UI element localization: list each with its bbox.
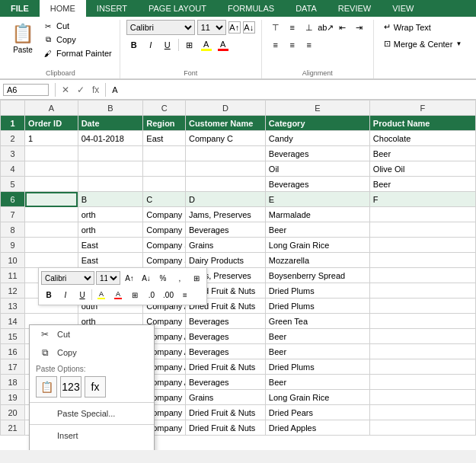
cell-d7[interactable]: Jams, Preserves bbox=[185, 207, 265, 222]
col-header-d[interactable]: D bbox=[185, 101, 265, 116]
cell-e10[interactable]: Mozzarella bbox=[265, 253, 369, 268]
cell-d2[interactable]: Company C bbox=[185, 131, 265, 146]
tab-formulas[interactable]: FORMULAS bbox=[217, 0, 285, 17]
cell-e11[interactable]: Boysenberry Spread bbox=[265, 268, 369, 283]
bold-button[interactable]: B bbox=[126, 37, 142, 53]
cell-b6[interactable]: B bbox=[78, 192, 143, 207]
cell-b8[interactable]: orth bbox=[78, 222, 143, 238]
cell-f10[interactable] bbox=[369, 253, 475, 268]
mini-size-select[interactable]: 11 bbox=[96, 271, 120, 285]
align-middle-button[interactable]: ≡ bbox=[285, 20, 300, 35]
cell-c2[interactable]: East bbox=[143, 131, 186, 146]
format-painter-button[interactable]: 🖌 Format Painter bbox=[41, 47, 113, 59]
col-header-a[interactable]: A bbox=[25, 101, 78, 116]
cell-c10[interactable]: Company J bbox=[143, 253, 186, 268]
paste-btn-2[interactable]: 123 bbox=[60, 376, 81, 398]
mini-decimal-inc-button[interactable]: .0 bbox=[144, 287, 159, 302]
cell-f8[interactable] bbox=[369, 222, 475, 238]
cell-d19[interactable]: Grains bbox=[185, 390, 265, 405]
row-header-14[interactable]: 14 bbox=[1, 314, 25, 329]
cell-c1[interactable]: Region bbox=[143, 116, 186, 131]
mini-underline-button[interactable]: U bbox=[75, 287, 90, 302]
font-size-select[interactable]: 11 bbox=[197, 20, 226, 35]
cell-c6[interactable]: C bbox=[143, 192, 186, 207]
mini-percent-button[interactable]: % bbox=[155, 270, 171, 286]
row-header-12[interactable]: 12 bbox=[1, 283, 25, 299]
cell-b10[interactable]: East bbox=[78, 253, 143, 268]
row-header-1[interactable]: 1 bbox=[1, 116, 25, 131]
cell-f5[interactable]: Beer bbox=[369, 177, 475, 192]
cell-f13[interactable] bbox=[369, 299, 475, 314]
cell-f15[interactable] bbox=[369, 329, 475, 344]
cut-button[interactable]: ✂ Cut bbox=[41, 20, 113, 32]
row-header-15[interactable]: 15 bbox=[1, 329, 25, 344]
cell-d16[interactable]: Beverages bbox=[185, 344, 265, 359]
cell-e21[interactable]: Dried Apples bbox=[265, 420, 369, 436]
indent-decrease-button[interactable]: ⇤ bbox=[335, 20, 350, 35]
cell-b9[interactable]: East bbox=[78, 238, 143, 253]
paste-btn-3[interactable]: fx bbox=[85, 376, 106, 398]
mini-decrease-font-button[interactable]: A↓ bbox=[139, 270, 154, 286]
cell-f7[interactable] bbox=[369, 207, 475, 222]
tab-review[interactable]: REVIEW bbox=[327, 0, 382, 17]
mini-format-button[interactable]: ⊞ bbox=[189, 270, 204, 286]
row-header-17[interactable]: 17 bbox=[1, 359, 25, 375]
cell-e17[interactable]: Dried Plums bbox=[265, 359, 369, 375]
cell-d9[interactable]: Grains bbox=[185, 238, 265, 253]
cell-d20[interactable]: Dried Fruit & Nuts bbox=[185, 405, 265, 420]
cell-f4[interactable]: Olive Oil bbox=[369, 161, 475, 177]
ctx-insert[interactable]: Insert bbox=[30, 426, 154, 445]
cell-d5[interactable] bbox=[185, 177, 265, 192]
col-header-e[interactable]: E bbox=[265, 101, 369, 116]
cell-e16[interactable]: Beer bbox=[265, 344, 369, 359]
row-header-8[interactable]: 8 bbox=[1, 222, 25, 238]
cell-f17[interactable] bbox=[369, 359, 475, 375]
cell-d8[interactable]: Beverages bbox=[185, 222, 265, 238]
font-name-select[interactable]: Calibri bbox=[126, 20, 195, 35]
mini-bold-button[interactable]: B bbox=[41, 287, 56, 302]
cell-c9[interactable]: Company J bbox=[143, 238, 186, 253]
decrease-font-button[interactable]: A↓ bbox=[243, 21, 255, 34]
row-header-13[interactable]: 13 bbox=[1, 299, 25, 314]
cell-f11[interactable] bbox=[369, 268, 475, 283]
mini-decimal-dec-button[interactable]: .00 bbox=[161, 287, 176, 302]
ctx-cut[interactable]: ✂ Cut bbox=[30, 325, 154, 343]
mini-extra-button[interactable]: ≡ bbox=[177, 287, 193, 302]
cell-a10[interactable] bbox=[25, 253, 78, 268]
indent-increase-button[interactable]: ⇥ bbox=[352, 20, 367, 35]
cell-c5[interactable] bbox=[143, 177, 186, 192]
cell-a9[interactable] bbox=[25, 238, 78, 253]
align-center-button[interactable]: ≡ bbox=[285, 37, 300, 53]
cell-a3[interactable] bbox=[25, 146, 78, 161]
underline-button[interactable]: U bbox=[160, 37, 175, 53]
cell-d14[interactable]: Beverages bbox=[185, 314, 265, 329]
cell-e4[interactable]: Oil bbox=[265, 161, 369, 177]
insert-function-button[interactable]: fx bbox=[89, 85, 102, 95]
cell-f16[interactable] bbox=[369, 344, 475, 359]
cell-d6[interactable]: D bbox=[185, 192, 265, 207]
row-header-3[interactable]: 3 bbox=[1, 146, 25, 161]
cell-e13[interactable]: Dried Plums bbox=[265, 299, 369, 314]
mini-borders-button[interactable]: ⊞ bbox=[127, 287, 142, 302]
cell-e8[interactable]: Beer bbox=[265, 222, 369, 238]
cell-f21[interactable] bbox=[369, 420, 475, 436]
cell-e18[interactable]: Beer bbox=[265, 375, 369, 390]
mini-increase-font-button[interactable]: A↑ bbox=[122, 270, 137, 286]
mini-thousands-button[interactable]: , bbox=[172, 270, 187, 286]
cell-c7[interactable]: Company F bbox=[143, 207, 186, 222]
cell-a6[interactable] bbox=[25, 192, 78, 207]
ctx-copy[interactable]: ⧉ Copy bbox=[30, 343, 154, 362]
cell-f19[interactable] bbox=[369, 390, 475, 405]
increase-font-button[interactable]: A↑ bbox=[228, 21, 241, 34]
tab-view[interactable]: VIEW bbox=[382, 0, 424, 17]
cell-a8[interactable] bbox=[25, 222, 78, 238]
cell-e9[interactable]: Long Grain Rice bbox=[265, 238, 369, 253]
col-header-f[interactable]: F bbox=[369, 101, 475, 116]
wrap-text-button[interactable]: ↵ Wrap Text bbox=[380, 20, 466, 34]
cell-b5[interactable] bbox=[78, 177, 143, 192]
row-header-4[interactable]: 4 bbox=[1, 161, 25, 177]
align-bottom-button[interactable]: ⊥ bbox=[302, 20, 317, 35]
tab-data[interactable]: DATA bbox=[285, 0, 327, 17]
row-header-16[interactable]: 16 bbox=[1, 344, 25, 359]
font-color-button[interactable]: A bbox=[216, 37, 231, 53]
